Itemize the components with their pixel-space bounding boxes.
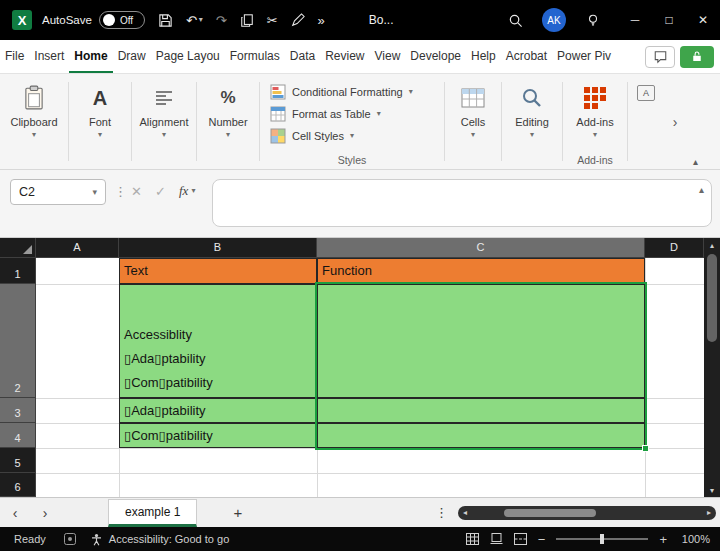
zoom-slider[interactable] [556, 532, 648, 546]
tab-developer[interactable]: Develope [405, 40, 466, 74]
cancel-entry-button[interactable]: ✕ [131, 184, 142, 199]
add-ins-group-button[interactable]: Add-ins ▾ Add-ins [563, 74, 627, 169]
row-header-4[interactable]: 4 [0, 423, 36, 448]
editing-group-button[interactable]: Editing ▾ [502, 74, 562, 169]
font-group-button[interactable]: A Font ▾ [69, 74, 131, 169]
scroll-left-button[interactable]: ◂ [463, 509, 467, 517]
tab-view[interactable]: View [370, 40, 406, 74]
tab-page-layout[interactable]: Page Layou [151, 40, 225, 74]
group-label: Font [89, 116, 111, 128]
tab-data[interactable]: Data [285, 40, 320, 74]
autosave-toggle[interactable]: Off [99, 11, 145, 29]
sheet-tab-bar: ‹ › example 1 + ⋮ ◂ ▸ [0, 497, 720, 527]
search-button[interactable] [498, 13, 532, 28]
save-button[interactable] [158, 13, 173, 28]
tab-insert[interactable]: Insert [29, 40, 69, 74]
cut-button[interactable]: ✂ [267, 14, 278, 27]
cells-group-button[interactable]: Cells ▾ [445, 74, 501, 169]
cell-b1[interactable]: Text [119, 258, 317, 284]
tab-draw[interactable]: Draw [113, 40, 151, 74]
tips-button[interactable] [576, 13, 610, 28]
row-header-6[interactable]: 6 [0, 473, 36, 497]
tab-help[interactable]: Help [466, 40, 501, 74]
zoom-level[interactable]: 100% [678, 533, 710, 545]
page-layout-view-button[interactable] [490, 533, 503, 545]
next-sheet-button[interactable]: › [30, 505, 60, 521]
tab-power-pivot[interactable]: Power Piv [552, 40, 616, 74]
account-avatar[interactable]: AK [542, 8, 566, 32]
accessibility-checker-button[interactable]: Accessibility: Good to go [90, 533, 229, 546]
sheet-tab-label: example 1 [125, 505, 180, 519]
chevron-down-icon: ▾ [162, 131, 166, 139]
row-header-2[interactable]: 2 [0, 284, 36, 398]
zoom-in-button[interactable]: + [659, 533, 667, 546]
comments-button[interactable] [645, 46, 675, 68]
scroll-down-button[interactable]: ▾ [704, 483, 720, 497]
page-layout-view-icon [490, 533, 503, 545]
scroll-right-button[interactable]: ▸ [707, 509, 711, 517]
zoom-out-button[interactable]: − [538, 533, 546, 546]
name-box[interactable]: C2 ▾ [10, 179, 106, 205]
tab-formulas[interactable]: Formulas [225, 40, 285, 74]
row-header-1[interactable]: 1 [0, 258, 36, 284]
tab-acrobat[interactable]: Acrobat [501, 40, 552, 74]
cell-c2[interactable] [317, 284, 645, 398]
window-controls: ─ □ ✕ [618, 0, 720, 40]
format-painter-button[interactable] [291, 13, 305, 27]
maximize-button[interactable]: □ [652, 0, 686, 40]
insert-function-button[interactable]: fx ▾ [179, 183, 195, 199]
previous-sheet-button[interactable]: ‹ [0, 505, 30, 521]
tab-home[interactable]: Home [69, 40, 112, 74]
format-as-table-button[interactable]: Format as Table ▾ [270, 103, 442, 125]
share-button[interactable] [680, 46, 714, 68]
normal-view-button[interactable] [466, 533, 479, 545]
conditional-formatting-button[interactable]: Conditional Formatting ▾ [270, 81, 442, 103]
column-header-a[interactable]: A [36, 238, 119, 258]
enter-entry-button[interactable]: ✓ [155, 184, 166, 199]
row-header-5[interactable]: 5 [0, 448, 36, 473]
cell-c1[interactable]: Function [317, 258, 645, 284]
formula-input[interactable] [212, 179, 712, 227]
number-group-button[interactable]: % Number ▾ [197, 74, 259, 169]
cell-b4[interactable]: ▯Com▯patibility [119, 423, 317, 448]
cell-b3[interactable]: ▯Ada▯ptability [119, 398, 317, 423]
scroll-up-button[interactable]: ▴ [704, 238, 720, 252]
cell-c3[interactable] [317, 398, 645, 423]
minimize-button[interactable]: ─ [618, 0, 652, 40]
vertical-scroll-thumb[interactable] [707, 254, 717, 342]
partial-group[interactable]: A [628, 74, 664, 169]
horizontal-scroll-thumb[interactable] [504, 509, 596, 517]
zoom-thumb[interactable] [600, 534, 604, 544]
macro-record-button[interactable] [64, 533, 76, 545]
undo-button[interactable]: ↶ ▾ [186, 14, 203, 27]
column-header-d[interactable]: D [645, 238, 704, 258]
copy-button[interactable] [240, 13, 254, 28]
alignment-group-button[interactable]: Alignment ▾ [132, 74, 196, 169]
ribbon-scroll-right-button[interactable]: › [664, 74, 686, 169]
cell-styles-button[interactable]: Cell Styles ▾ [270, 125, 442, 147]
column-header-b[interactable]: B [119, 238, 317, 258]
titlebar-right: AK ─ □ ✕ [498, 0, 720, 40]
cell-c4[interactable] [317, 423, 645, 448]
fill-handle[interactable] [642, 445, 649, 452]
clipboard-group-button[interactable]: Clipboard ▾ [0, 74, 68, 169]
tab-review[interactable]: Review [320, 40, 369, 74]
column-header-c[interactable]: C [317, 238, 645, 258]
cells-icon [461, 83, 485, 113]
copy-icon [240, 13, 254, 28]
sheet-options-button[interactable]: ⋮ [435, 505, 448, 520]
redo-button[interactable]: ↷ [216, 14, 227, 27]
vertical-scrollbar[interactable]: ▴ ▾ [704, 238, 720, 497]
sheet-tab-example-1[interactable]: example 1 [108, 499, 197, 527]
more-commands-button[interactable]: » [318, 14, 325, 27]
collapse-ribbon-button[interactable]: ▴ [693, 156, 698, 167]
tab-file[interactable]: File [0, 40, 29, 74]
select-all-corner[interactable] [0, 238, 36, 258]
new-sheet-button[interactable]: + [233, 504, 242, 521]
close-button[interactable]: ✕ [686, 0, 720, 40]
page-break-view-button[interactable] [514, 533, 527, 545]
horizontal-scrollbar[interactable]: ◂ ▸ [458, 506, 716, 520]
cell-b2[interactable]: Accessiblity ▯Ada▯ptability ▯Com▯patibil… [119, 284, 317, 398]
collapse-formula-bar-button[interactable]: ▴ [699, 184, 704, 195]
row-header-3[interactable]: 3 [0, 398, 36, 423]
